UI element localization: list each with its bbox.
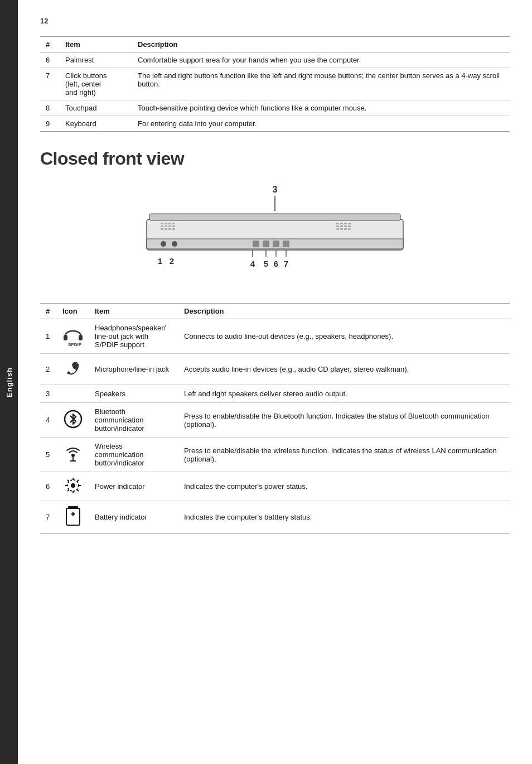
svg-text:7: 7 <box>284 259 288 268</box>
bottom-table-cell-desc: Connects to audio line-out devices (e.g.… <box>178 319 510 354</box>
bottom-table-cell-desc: Indicates the computer's batttery status… <box>178 501 510 534</box>
svg-rect-9 <box>165 225 167 227</box>
bottom-table-cell-num: 3 <box>40 385 57 403</box>
bottom-table-cell-icon <box>57 354 89 385</box>
bottom-table-cell-num: 7 <box>40 501 57 534</box>
svg-text:2: 2 <box>170 256 174 266</box>
svg-rect-12 <box>161 228 163 230</box>
svg-rect-3 <box>149 214 400 220</box>
bottom-table-row: 2 Microphone/line-in jackAccepts audio l… <box>40 354 510 385</box>
svg-rect-26 <box>344 228 347 230</box>
page-container: English 12 # Item Description 6PalmrestC… <box>0 0 532 764</box>
svg-rect-31 <box>253 241 259 247</box>
bottom-table-cell-icon: SPDIF <box>57 319 89 354</box>
bottom-table-cell-num: 4 <box>40 403 57 438</box>
bottom-table-row: 3SpeakersLeft and right speakers deliver… <box>40 385 510 403</box>
top-table-cell-num: 7 <box>40 68 60 100</box>
svg-rect-8 <box>161 225 163 227</box>
top-table-cell-num: 6 <box>40 52 60 68</box>
svg-rect-25 <box>340 228 343 230</box>
bottom-table-cell-icon <box>57 501 89 534</box>
bottom-table-cell-desc: Left and right speakers deliver stereo a… <box>178 385 510 403</box>
svg-text:1: 1 <box>158 256 162 266</box>
bottom-table: # Icon Item Description 1 SPDIF Headphon… <box>40 303 510 534</box>
svg-line-63 <box>77 480 79 482</box>
top-table-cell-item: Palmrest <box>60 52 132 68</box>
top-table-cell-item: Touchpad <box>60 100 132 116</box>
section-title: Closed front view <box>40 148 510 169</box>
svg-text:4: 4 <box>250 259 255 268</box>
svg-rect-16 <box>336 223 339 224</box>
sidebar: English <box>0 0 18 764</box>
bottom-table-cell-item: Power indicator <box>89 472 178 501</box>
top-table-cell-num: 9 <box>40 116 60 132</box>
svg-line-61 <box>67 480 69 482</box>
svg-rect-22 <box>344 225 347 227</box>
svg-rect-23 <box>348 225 351 227</box>
bottom-table-cell-desc: Press to enable/disable the wireless fun… <box>178 438 510 472</box>
top-table-cell-desc: For entering data into your computer. <box>132 116 510 132</box>
svg-point-49 <box>67 372 70 374</box>
top-table-cell-item: Keyboard <box>60 116 132 132</box>
svg-rect-21 <box>340 225 343 227</box>
svg-rect-24 <box>336 228 339 230</box>
svg-point-56 <box>71 483 75 488</box>
bottom-table-row: 5 Wireless communication button/indicato… <box>40 438 510 472</box>
top-table-header-hash: # <box>40 37 60 52</box>
svg-rect-15 <box>172 228 175 230</box>
bottom-table-cell-num: 2 <box>40 354 57 385</box>
svg-text:6: 6 <box>274 259 278 268</box>
svg-rect-19 <box>348 223 351 224</box>
svg-rect-33 <box>273 241 279 247</box>
top-table-cell-desc: Comfortable support area for your hands … <box>132 52 510 68</box>
svg-text:SPDIF: SPDIF <box>68 342 81 347</box>
svg-rect-6 <box>168 223 171 224</box>
svg-rect-7 <box>172 223 175 224</box>
bottom-table-cell-desc: Press to enable/disable the Bluetooth fu… <box>178 403 510 438</box>
main-content: 12 # Item Description 6PalmrestComfortab… <box>18 0 532 764</box>
bottom-table-cell-icon <box>57 438 89 472</box>
bottom-table-cell-num: 6 <box>40 472 57 501</box>
top-table-row: 7Click buttons (left, center and right)T… <box>40 68 510 100</box>
svg-rect-14 <box>168 228 171 230</box>
top-table-header-desc: Description <box>132 37 510 52</box>
bottom-table-cell-icon <box>57 472 89 501</box>
svg-rect-20 <box>336 225 339 227</box>
bottom-table-cell-item: Microphone/line-in jack <box>89 354 178 385</box>
svg-line-64 <box>67 489 69 491</box>
laptop-svg: 3 <box>130 180 420 292</box>
svg-rect-45 <box>64 335 67 340</box>
bottom-table-row: 4 Bluetooth communication button/indicat… <box>40 403 510 438</box>
svg-rect-32 <box>263 241 269 247</box>
bottom-table-cell-icon <box>57 403 89 438</box>
bottom-table-cell-item: Wireless communication button/indicator <box>89 438 178 472</box>
top-table-header-item: Item <box>60 37 132 52</box>
svg-rect-27 <box>348 228 351 230</box>
svg-rect-13 <box>165 228 167 230</box>
top-table-cell-desc: Touch-sensitive pointing device which fu… <box>132 100 510 116</box>
svg-rect-4 <box>161 223 163 224</box>
top-table-row: 8TouchpadTouch-sensitive pointing device… <box>40 100 510 116</box>
bottom-table-header-icon: Icon <box>57 304 89 319</box>
top-table-cell-item: Click buttons (left, center and right) <box>60 68 132 100</box>
svg-rect-11 <box>172 225 175 227</box>
top-table: # Item Description 6PalmrestComfortable … <box>40 36 510 132</box>
bottom-table-row: 1 SPDIF Headphones/speaker/ line-out jac… <box>40 319 510 354</box>
top-table-row: 6PalmrestComfortable support area for yo… <box>40 52 510 68</box>
svg-rect-18 <box>344 223 347 224</box>
laptop-diagram: 3 <box>40 180 510 292</box>
svg-point-29 <box>161 241 166 247</box>
top-table-cell-num: 8 <box>40 100 60 116</box>
svg-text:5: 5 <box>264 259 268 268</box>
svg-point-52 <box>71 454 75 457</box>
bottom-table-cell-item: Battery indicator <box>89 501 178 534</box>
top-table-row: 9KeyboardFor entering data into your com… <box>40 116 510 132</box>
sidebar-label: English <box>5 367 13 397</box>
bottom-table-cell-item: Bluetooth communication button/indicator <box>89 403 178 438</box>
bottom-table-cell-icon <box>57 385 89 403</box>
bottom-table-cell-item: Headphones/speaker/ line-out jack with S… <box>89 319 178 354</box>
bottom-table-cell-num: 1 <box>40 319 57 354</box>
page-number: 12 <box>40 17 510 25</box>
svg-rect-10 <box>168 225 171 227</box>
top-table-cell-desc: The left and right buttons function like… <box>132 68 510 100</box>
